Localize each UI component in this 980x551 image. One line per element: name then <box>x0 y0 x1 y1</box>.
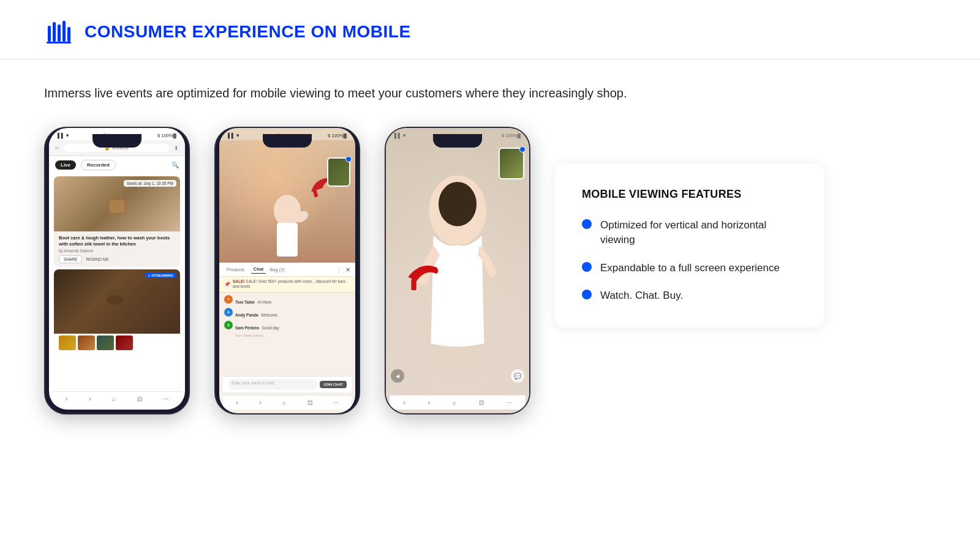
status-bar-3: ▌▌ ▾ 🔒 immerss $ 100%▓ <box>386 128 529 140</box>
chat-msg-2: A Andy Panda Welcome <box>224 308 350 319</box>
chat-msg-1: T Tom Tailor Hi there <box>224 295 350 306</box>
feature-dot-1 <box>582 219 592 229</box>
svg-point-10 <box>107 295 124 305</box>
phone-2-wrap: ▌▌ ▾ 🔒 immerss $ 100%▓ <box>214 127 360 414</box>
tabs-row-1: Live Recorded 🔍 <box>49 156 185 174</box>
streaming-card-1[interactable]: + STREAMING <box>54 269 180 352</box>
url-bar-1: 🔒 immerss <box>64 144 169 152</box>
chat-placeholder-2: Enter your name to chat <box>232 381 274 385</box>
event-date-badge: Starts at: July 1, 10:35 PM <box>124 180 176 187</box>
nav-more-1[interactable]: ··· <box>163 395 168 402</box>
url-label-1: immerss <box>112 146 128 150</box>
chat-close-2[interactable]: ✕ <box>345 266 350 273</box>
fs-left-btn-3[interactable]: ◀ <box>391 369 404 383</box>
phone-3-screen: ▌▌ ▾ 🔒 immerss $ 100%▓ <box>386 128 529 413</box>
status-bar-2: ▌▌ ▾ 🔒 immerss $ 100%▓ <box>219 128 355 140</box>
svg-rect-1 <box>53 22 56 42</box>
signal-2: ▌▌ ▾ <box>228 133 239 138</box>
header: CONSUMER EXPERIENCE ON MOBILE <box>0 0 980 59</box>
nav-back-2[interactable]: ‹ <box>236 399 238 406</box>
feature-item-3: Watch. Chat. Buy. <box>582 288 797 303</box>
avatar-tom: T <box>224 295 233 304</box>
main-content: ▌▌ ▾ 🔒 immerss $ 100%▓ ‹ › 🔒 immerss ⬆ <box>0 114 980 414</box>
tab-products-2[interactable]: Products <box>224 266 247 274</box>
streaming-svg <box>92 277 141 326</box>
logo-icon <box>44 17 74 47</box>
tab-chat-2[interactable]: Chat <box>251 265 266 274</box>
avatar-andy: A <box>224 308 233 317</box>
browser-bar-1: ‹ › 🔒 immerss ⬆ <box>49 140 185 156</box>
phone-2: ▌▌ ▾ 🔒 immerss $ 100%▓ <box>214 127 360 414</box>
nav-tabs-1[interactable]: ⊡ <box>137 395 142 402</box>
nav-tabs-3[interactable]: ⊡ <box>479 399 484 406</box>
bottom-nav-2: ‹ › ⌕ ⊡ ··· <box>223 395 352 410</box>
share-button-1[interactable]: SHARE <box>59 255 82 263</box>
streaming-image-1: + STREAMING <box>54 269 180 334</box>
feature-dot-2 <box>582 262 592 272</box>
msg-1-text: Hi there <box>258 300 272 304</box>
tab-live[interactable]: Live <box>55 160 76 170</box>
bottom-nav-3: ‹ › ⌕ ⊡ ··· <box>390 395 526 410</box>
url-3: immerss <box>449 133 465 137</box>
nav-forward-3[interactable]: › <box>428 399 430 406</box>
nav-back-3[interactable]: ‹ <box>403 399 405 406</box>
thumb-row-1 <box>54 334 180 352</box>
nav-tabs-2[interactable]: ⊡ <box>307 399 312 406</box>
chat-msg-3: S Sam Perkins Good day <box>224 321 350 332</box>
feature-item-1: Optimized for vertical and horizontal vi… <box>582 218 797 247</box>
chat-input-2[interactable]: Enter your name to chat <box>228 379 317 390</box>
subtitle-text: Immerss live events are optimized for mo… <box>0 59 980 114</box>
event-info-1: Boot care & tough leather, how to wash y… <box>54 231 180 267</box>
tab-bag-2[interactable]: Bag (2) <box>270 267 285 272</box>
event-title-1: Boot care & tough leather, how to wash y… <box>59 235 175 247</box>
msg-1-name: Tom Tailor <box>235 300 255 304</box>
sale-label: SALE! <box>233 279 245 283</box>
joined-notice-2: Tom Tailor joined <box>235 334 350 337</box>
status-bar-1: ▌▌ ▾ 🔒 immerss $ 100%▓ <box>49 128 185 140</box>
feature-text-1: Optimized for vertical and horizontal vi… <box>600 218 797 247</box>
event-card-1[interactable]: Starts at: July 1, 10:35 PM Boot care & … <box>54 176 180 267</box>
tab-recorded[interactable]: Recorded <box>81 160 116 170</box>
join-chat-btn-2[interactable]: JOIN CHAT <box>320 381 347 388</box>
bottom-nav-1: ‹ › ⌕ ⊡ ··· <box>53 391 181 406</box>
svg-rect-18 <box>411 279 416 290</box>
sale-icon-2: 📌 <box>224 282 230 287</box>
nav-forward-1[interactable]: › <box>89 395 91 402</box>
battery-1: $ 100%▓ <box>157 133 176 138</box>
nav-more-3[interactable]: ··· <box>507 399 511 406</box>
feature-text-3: Watch. Chat. Buy. <box>600 288 683 303</box>
sale-desc: SALE! Over 500+ products with more... di… <box>233 279 345 288</box>
share-icon-1[interactable]: ⬆ <box>174 145 179 151</box>
svg-point-17 <box>439 182 477 226</box>
remind-button-1[interactable]: REMIND ME <box>86 257 108 261</box>
url-1: immerss <box>108 133 124 137</box>
nav-search-2[interactable]: ⌕ <box>282 399 286 406</box>
nav-more-2[interactable]: ··· <box>333 399 338 406</box>
msg-1-content: Tom Tailor Hi there <box>235 295 271 306</box>
nav-back-1[interactable]: ‹ <box>66 395 67 402</box>
feature-item-2: Expandable to a full screen experience <box>582 261 797 276</box>
chat-more-2[interactable]: ⋮ <box>336 266 342 273</box>
fwd-btn-1[interactable]: › <box>57 145 59 151</box>
search-btn-1[interactable]: 🔍 <box>172 162 179 168</box>
chat-tabs-2: Products Chat Bag (2) ⋮ ✕ <box>219 263 355 277</box>
msg-2-content: Andy Panda Welcome <box>235 308 277 319</box>
nav-search-3[interactable]: ⌕ <box>453 399 456 406</box>
streaming-badge-1: + STREAMING <box>145 273 176 278</box>
battery-3: $ 100%▓ <box>502 133 521 138</box>
chat-input-row-2: Enter your name to chat JOIN CHAT <box>223 376 352 392</box>
thumb-4 <box>116 335 133 350</box>
sale-banner-2: 📌 SALE! SALE! Over 500+ products with mo… <box>219 277 355 293</box>
phone-2-screen: ▌▌ ▾ 🔒 immerss $ 100%▓ <box>219 128 355 413</box>
nav-forward-2[interactable]: › <box>259 399 261 406</box>
signal-3: ▌▌ ▾ <box>394 133 405 138</box>
nav-search-1[interactable]: ⌕ <box>112 395 116 402</box>
blue-dot-2 <box>345 156 352 162</box>
svg-rect-0 <box>48 26 51 42</box>
features-title: MOBILE VIEWING FEATURES <box>582 188 797 201</box>
sale-text-2: SALE! SALE! Over 500+ products with more… <box>233 279 350 290</box>
page-title: CONSUMER EXPERIENCE ON MOBILE <box>85 22 411 42</box>
fs-chat-btn-3[interactable]: 💬 <box>511 369 524 383</box>
features-box: MOBILE VIEWING FEATURES Optimized for ve… <box>555 163 824 328</box>
msg-2-name: Andy Panda <box>235 313 258 317</box>
